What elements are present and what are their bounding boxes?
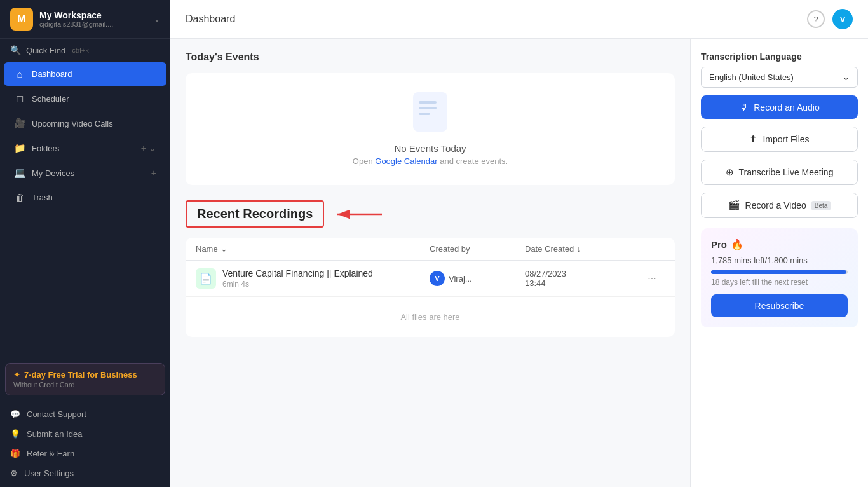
sidebar-item-folders[interactable]: 📁 Folders + ⌄ <box>4 136 166 160</box>
live-icon: ⊕ <box>726 167 734 178</box>
sort-icon: ⌄ <box>220 244 227 254</box>
record-video-button[interactable]: 🎬 Record a Video Beta <box>701 193 858 218</box>
trial-banner-title: ✦ 7-day Free Trial for Business <box>13 370 157 380</box>
import-files-button[interactable]: ⬆ Import Files <box>701 127 858 152</box>
idea-icon: 💡 <box>10 429 20 439</box>
beta-badge: Beta <box>811 201 831 210</box>
submit-idea-link[interactable]: 💡 Submit an Idea <box>0 424 170 444</box>
time-value: 13:44 <box>525 278 639 288</box>
today-events-card: No Events Today Open Google Calendar and… <box>186 73 675 185</box>
right-panel: Transcription Language English (United S… <box>690 39 868 487</box>
refer-earn-label: Refer & Earn <box>27 449 74 458</box>
workspace-header[interactable]: M My Workspace cjdigitals2831@gmail.... … <box>0 0 170 39</box>
recordings-table: Name ⌄ Created by Date Created ↓ 📄 Ventu… <box>186 238 675 337</box>
pro-card: Pro 🔥 1,785 mins left/1,800 mins 18 days… <box>701 228 858 327</box>
sidebar: M My Workspace cjdigitals2831@gmail.... … <box>0 0 170 487</box>
row-actions-button[interactable]: ··· <box>639 273 665 284</box>
contact-support-label: Contact Support <box>27 409 86 419</box>
folder-icon: 📁 <box>14 142 25 154</box>
today-events-title: Today's Events <box>186 51 675 63</box>
contact-support-link[interactable]: 💬 Contact Support <box>0 404 170 424</box>
avatar[interactable]: V <box>832 9 853 29</box>
table-header: Name ⌄ Created by Date Created ↓ <box>186 238 675 261</box>
support-icon: 💬 <box>10 409 20 419</box>
settings-icon: ⚙ <box>10 469 18 478</box>
creator-name: Viraj... <box>449 274 472 284</box>
transcription-language-label: Transcription Language <box>701 51 858 62</box>
trial-banner[interactable]: ✦ 7-day Free Trial for Business Without … <box>5 363 165 395</box>
help-icon: ? <box>813 15 818 24</box>
add-device-icon[interactable]: + <box>151 168 156 178</box>
google-calendar-link[interactable]: Google Calendar <box>375 156 437 166</box>
column-name[interactable]: Name ⌄ <box>196 244 430 254</box>
dashboard-icon: ⌂ <box>14 69 25 79</box>
record-audio-button[interactable]: 🎙 Record an Audio <box>701 95 858 119</box>
content-main: Today's Events No Events Today Open Goog… <box>170 39 690 487</box>
sidebar-item-trash[interactable]: 🗑 Trash <box>4 186 166 209</box>
language-value: English (United States) <box>709 72 794 82</box>
workspace-name: My Workspace <box>39 10 147 20</box>
sidebar-item-dashboard[interactable]: ⌂ Dashboard <box>4 62 166 86</box>
trial-star-icon: ✦ <box>13 370 20 380</box>
recent-recordings-title: Recent Recordings <box>186 200 324 228</box>
file-info: Venture Capital Financing || Explained 6… <box>222 268 430 289</box>
workspace-info: My Workspace cjdigitals2831@gmail.... <box>39 10 147 28</box>
sidebar-item-my-devices[interactable]: 💻 My Devices + <box>4 161 166 185</box>
device-icon: 💻 <box>14 167 25 179</box>
file-duration: 6min 4s <box>222 280 430 289</box>
empty-events-illustration <box>410 92 451 137</box>
sidebar-bottom: ✦ 7-day Free Trial for Business Without … <box>0 358 170 487</box>
trial-banner-subtitle: Without Credit Card <box>13 381 157 388</box>
language-chevron-icon: ⌄ <box>843 72 850 82</box>
content-area: Today's Events No Events Today Open Goog… <box>170 39 868 487</box>
sidebar-item-label: Upcoming Video Calls <box>32 119 156 128</box>
sidebar-item-scheduler[interactable]: ◻ Scheduler <box>4 86 166 111</box>
fire-emoji: 🔥 <box>731 238 743 250</box>
upload-icon: ⬆ <box>749 134 757 145</box>
user-settings-link[interactable]: ⚙ User Settings <box>0 463 170 483</box>
resubscribe-button[interactable]: Resubscribe <box>711 294 848 317</box>
sidebar-nav: ⌂ Dashboard ◻ Scheduler 🎥 Upcoming Video… <box>0 62 170 210</box>
progress-bar-background <box>711 270 848 274</box>
table-row[interactable]: 📄 Venture Capital Financing || Explained… <box>186 261 675 297</box>
no-events-prefix: Open <box>353 156 375 166</box>
pro-reset-text: 18 days left till the next reset <box>711 278 848 287</box>
file-name: Venture Capital Financing || Explained <box>222 268 430 278</box>
help-button[interactable]: ? <box>807 10 825 28</box>
search-icon: 🔍 <box>10 45 21 55</box>
no-events-subtitle: Open Google Calendar and create events. <box>353 156 508 166</box>
column-date-created[interactable]: Date Created ↓ <box>525 244 639 254</box>
quick-find[interactable]: 🔍 Quick Find ctrl+k <box>0 39 170 62</box>
microphone-icon: 🎙 <box>739 102 749 113</box>
workspace-email: cjdigitals2831@gmail.... <box>39 20 147 28</box>
progress-bar-fill <box>711 270 846 274</box>
quick-find-shortcut: ctrl+k <box>72 46 89 54</box>
transcribe-live-meeting-button[interactable]: ⊕ Transcribe Live Meeting <box>701 160 858 185</box>
no-events-title: No Events Today <box>394 143 466 154</box>
language-select[interactable]: English (United States) ⌄ <box>701 67 858 88</box>
topbar-actions: ? V <box>807 9 853 29</box>
sidebar-item-label: Scheduler <box>32 94 156 104</box>
creator-cell: V Viraj... <box>430 271 525 286</box>
sort-desc-icon: ↓ <box>576 244 581 254</box>
workspace-icon: M <box>10 8 33 31</box>
pro-mins: 1,785 mins left/1,800 mins <box>711 256 848 265</box>
date-value: 08/27/2023 <box>525 269 639 278</box>
arrow-indicator <box>334 207 385 222</box>
page-title: Dashboard <box>186 13 235 25</box>
sidebar-item-label: Folders <box>32 144 135 153</box>
submit-idea-label: Submit an Idea <box>27 429 82 439</box>
chevron-down-icon[interactable]: ⌄ <box>149 143 156 153</box>
workspace-chevron-icon: ⌄ <box>154 15 160 24</box>
sidebar-item-label: Trash <box>32 193 156 202</box>
video-icon: 🎥 <box>14 118 25 129</box>
add-folder-icon[interactable]: + <box>141 143 146 153</box>
refer-earn-link[interactable]: 🎁 Refer & Earn <box>0 444 170 463</box>
sidebar-item-upcoming-video-calls[interactable]: 🎥 Upcoming Video Calls <box>4 111 166 135</box>
pro-title: Pro 🔥 <box>711 238 848 250</box>
user-settings-label: User Settings <box>24 469 74 478</box>
all-files-note: All files are here <box>186 297 675 337</box>
no-events-suffix: and create events. <box>438 156 508 166</box>
scheduler-icon: ◻ <box>14 93 25 104</box>
video-camera-icon: 🎬 <box>728 200 740 211</box>
